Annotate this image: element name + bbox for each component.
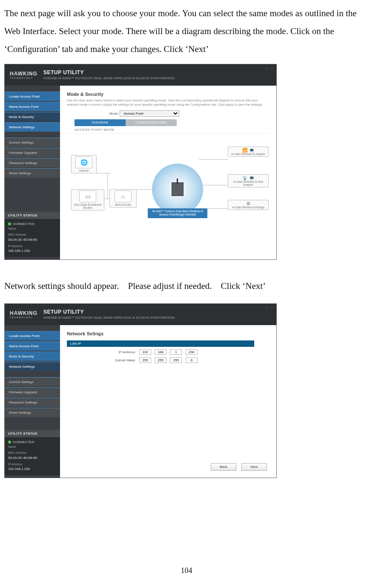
sidebar-item-name[interactable]: Name Access Point <box>5 341 60 351</box>
utility-status-header: UTILITY STATUS <box>5 212 60 219</box>
modem-icon: ▭ <box>79 190 96 202</box>
sidebar-item-locate[interactable]: Locate Access Point <box>5 331 60 340</box>
name-label: Name <box>8 445 57 450</box>
lan-ip-header: LAN IP <box>67 340 254 347</box>
tabs: DIAGRAM CONFIGURATIONS <box>75 119 270 126</box>
main-pane-network: Network Setings LAN IP IP Address: . . .… <box>60 325 276 478</box>
sidebar-item-label: Password Settings <box>9 401 37 404</box>
ip-address-label: IP Address: <box>67 350 139 354</box>
utility-status-header: UTILITY STATUS <box>5 430 60 437</box>
mask-octet-3[interactable] <box>170 357 182 363</box>
diagram-internet: 🌐 Internet <box>71 155 97 173</box>
dot-separator: . <box>182 358 185 362</box>
tab-diagram[interactable]: DIAGRAM <box>75 119 126 126</box>
sidebar-item-label: Network Settings <box>9 365 34 369</box>
diagram-center-device <box>152 164 203 215</box>
brand-subtext: TECHNOLOGY <box>10 77 37 79</box>
sidebar-item-firmware[interactable]: Firmware Upgrade <box>5 148 60 157</box>
router-icon: ⌂ <box>115 190 132 202</box>
sidebar-item-network[interactable]: Network Settings <box>5 362 60 371</box>
mode-row: Mode: Access Point <box>109 110 270 117</box>
diagram-label: DSL/Cable Broadband Modem <box>74 203 101 209</box>
pane-heading: Network Setings <box>67 331 270 336</box>
window-controls-icon: — □ <box>265 66 274 70</box>
device-icon <box>172 182 184 196</box>
mac-label: MAC Address <box>8 233 57 237</box>
diagram-bridge: 🖥 Hi-Gain Wireless-N Bridge <box>228 200 269 210</box>
sidebar-item-mode-security[interactable]: Mode & Security <box>5 112 60 121</box>
ip-octet-2[interactable] <box>155 349 166 355</box>
subnet-mask-row: Subnet Mask: . . . <box>67 357 270 363</box>
dot-separator: . <box>166 358 170 362</box>
sidebar-item-label: Firmware Upgrade <box>9 151 37 155</box>
window-controls-icon: — □ <box>265 306 274 309</box>
button-row: Back Next <box>211 463 267 471</box>
main-pane-mode: Mode & Security Use the drop down menu b… <box>60 86 276 259</box>
sidebar-item-network[interactable]: Network Settings <box>5 122 60 132</box>
dot-separator: . <box>182 350 185 354</box>
diagram-router: ⌂ Wired Router <box>109 189 137 208</box>
brand-logo: HAWKING TECHNOLOGY <box>10 71 37 79</box>
name-label: Name <box>8 227 57 231</box>
ip-octet-1[interactable] <box>139 349 151 355</box>
diagram-label: Internet <box>79 169 89 172</box>
mode-label: Mode: <box>109 112 119 115</box>
sidebar-item-label: Mode & Security <box>9 115 34 119</box>
app-subtitle: HOD45B HI-GAIN™ OUTDOOR DUAL BAND WIRELE… <box>43 316 175 320</box>
tab-label: CONFIGURATIONS <box>135 121 167 124</box>
bridge-icon: 🖥 <box>246 201 250 206</box>
intro-paragraph-2: Network settings should appear. Please a… <box>4 277 369 295</box>
button-label: Back <box>220 465 227 469</box>
sidebar-item-label: Name Access Point <box>9 105 38 109</box>
mac-value: 00:2A:3C:4D:86:50 <box>8 237 57 242</box>
sidebar-item-name[interactable]: Name Access Point <box>5 102 60 111</box>
mask-octet-2[interactable] <box>155 357 166 363</box>
sidebar-item-password[interactable]: Password Settings <box>5 398 60 407</box>
dot-separator: . <box>151 358 155 362</box>
titlebar: HAWKING TECHNOLOGY SETUP UTILITY HOD45B … <box>5 64 276 86</box>
sidebar-item-label: Firmware Upgrade <box>9 390 37 394</box>
sidebar-item-label: Current Settings <box>9 380 34 384</box>
dish-icon: 📡 <box>242 176 247 180</box>
brand-logo: HAWKING TECHNOLOGY <box>10 310 37 319</box>
sidebar-item-label: Locate Access Point <box>9 334 40 338</box>
sidebar-item-firmware[interactable]: Firmware Upgrade <box>5 387 60 397</box>
diagram-label: Hi-Gain Wireless-N Dish Adapter <box>233 180 263 186</box>
diagram-adapter: 📶 💻 Hi-Gain Wireless-N Adapter <box>228 147 269 157</box>
app-subtitle: HOD45B HI-GAIN™ OUTDOOR DUAL BAND WIRELE… <box>43 76 175 81</box>
ip-value: 192.168.1.230 <box>8 467 57 472</box>
sidebar-item-current[interactable]: Current Settings <box>5 138 60 147</box>
next-button[interactable]: Next <box>241 463 267 471</box>
subnet-mask-label: Subnet Mask: <box>67 358 139 362</box>
dot-separator: . <box>166 350 170 354</box>
sidebar-item-label: Reset Settings <box>9 411 31 415</box>
mac-value: 00:2A:3C:4D:86:50 <box>8 455 57 461</box>
back-button[interactable]: Back <box>211 463 236 471</box>
brand-subtext: TECHNOLOGY <box>10 316 37 319</box>
brand-text: HAWKING <box>10 71 37 77</box>
tab-label: DIAGRAM <box>92 121 109 124</box>
status-text: CONNECTED <box>13 440 34 444</box>
sidebar-item-reset[interactable]: Reset Settings <box>5 168 60 178</box>
ip-octet-3[interactable] <box>170 349 182 355</box>
status-dot-icon <box>8 441 11 444</box>
sidebar-item-locate[interactable]: Locate Access Point <box>5 92 60 101</box>
sidebar-item-label: Reset Settings <box>9 171 31 175</box>
ip-octet-4[interactable] <box>186 349 198 355</box>
page-number: 104 <box>0 566 373 575</box>
tab-configurations[interactable]: CONFIGURATIONS <box>126 119 177 126</box>
sidebar-item-mode-security[interactable]: Mode & Security <box>5 352 60 361</box>
laptop-icon: 💻 <box>249 176 254 180</box>
screenshot-network-settings: — □ HAWKING TECHNOLOGY SETUP UTILITY HOD… <box>4 303 277 478</box>
sidebar-item-current[interactable]: Current Settings <box>5 377 60 386</box>
sidebar-item-label: Locate Access Point <box>9 95 40 98</box>
app-title: SETUP UTILITY <box>43 309 175 316</box>
sidebar-item-reset[interactable]: Reset Settings <box>5 408 60 417</box>
mask-octet-1[interactable] <box>139 357 151 363</box>
mode-select[interactable]: Access Point <box>120 110 179 117</box>
sidebar-item-password[interactable]: Password Settings <box>5 158 60 167</box>
mask-octet-4[interactable] <box>186 357 198 363</box>
screenshot-mode-security: — □ HAWKING TECHNOLOGY SETUP UTILITY HOD… <box>4 64 277 260</box>
dot-separator: . <box>151 350 155 354</box>
ip-address-row: IP Address: . . . <box>67 349 270 355</box>
